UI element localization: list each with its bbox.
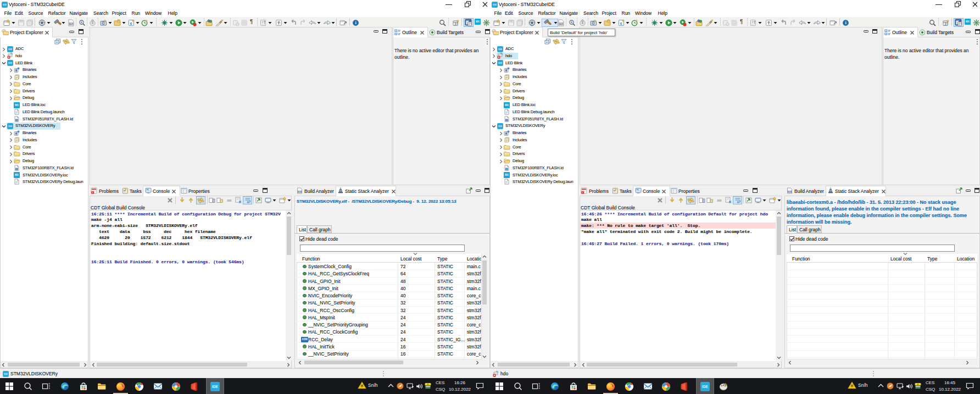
svg-text:LD: LD <box>15 119 18 121</box>
svg-text:010: 010 <box>788 191 791 193</box>
svg-text:010: 010 <box>298 191 301 193</box>
svg-text:ELF: ELF <box>69 23 73 25</box>
svg-text:c: c <box>130 21 132 25</box>
svg-text:LD: LD <box>505 168 508 170</box>
svg-text:c: c <box>620 21 622 25</box>
svg-text:LD: LD <box>15 168 18 170</box>
svg-text:ELF: ELF <box>559 23 563 25</box>
svg-text:LD: LD <box>505 119 508 121</box>
